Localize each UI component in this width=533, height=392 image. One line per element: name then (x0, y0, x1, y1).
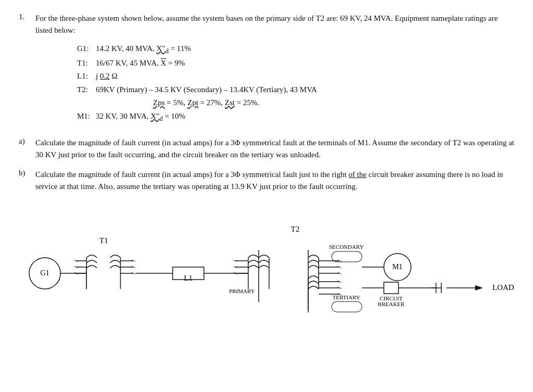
secondary-label: SECONDARY (329, 244, 364, 250)
part-a-text: Calculate the magnitude of fault current… (35, 137, 514, 161)
G1-label: G1 (41, 269, 49, 277)
problem-number: 1. (19, 12, 35, 130)
eq-T1-desc: 16/67 KV, 45 MVA, X = 9% (96, 57, 185, 70)
diagram-container: G1 T1 (19, 208, 514, 323)
eq-M1-label: M1: (77, 110, 96, 123)
primary-label: PRIMARY (229, 288, 255, 294)
eq-M1-desc: 32 KV, 30 MVA, X″d = 10% (96, 110, 185, 124)
eq-L1-label: L1: (77, 70, 96, 83)
eq-T1: T1: 16/67 KV, 45 MVA, X = 9% (77, 57, 514, 70)
part-b-label: b) (19, 169, 35, 193)
eq-G1-label: G1: (77, 42, 96, 56)
eq-T1-label: T1: (77, 57, 96, 70)
svg-rect-32 (332, 301, 362, 312)
load-label: LOAD (492, 283, 514, 292)
tertiary-label: TERTIARY (333, 294, 360, 300)
part-a: a) Calculate the magnitude of fault curr… (19, 137, 514, 161)
part-a-content: Calculate the magnitude of fault current… (35, 137, 514, 161)
problem-intro: For the three-phase system shown below, … (35, 12, 514, 130)
eq-L1-desc: j 0.2 Ω (96, 70, 118, 83)
M1-label: M1 (392, 263, 402, 271)
eq-G1: G1: 14.2 KV, 40 MVA, X″d = 11% (77, 42, 514, 57)
eq-G1-desc: 14.2 KV, 40 MVA, X″d = 11% (96, 42, 191, 57)
part-b-content: Calculate the magnitude of fault current… (35, 169, 514, 193)
eq-T2-label: T2: (77, 83, 96, 97)
circuit-breaker-label2: BREAKER (378, 301, 405, 307)
eq-M1: M1: 32 KV, 30 MVA, X″d = 10% (77, 110, 514, 124)
equipment-list: G1: 14.2 KV, 40 MVA, X″d = 11% T1: 16/67… (77, 42, 514, 125)
L1-label: L1 (184, 274, 193, 282)
part-b-text: Calculate the magnitude of fault current… (35, 169, 514, 193)
svg-marker-40 (475, 285, 483, 290)
eq-T2-desc: 69KV (Primary) – 34.5 KV (Secondary) – 1… (96, 83, 317, 110)
svg-rect-34 (384, 282, 398, 294)
circuit-diagram: G1 T1 (19, 208, 514, 323)
intro-text: For the three-phase system shown below, … (35, 12, 514, 37)
T1-label: T1 (99, 236, 108, 245)
eq-T2: T2: 69KV (Primary) – 34.5 KV (Secondary)… (77, 83, 514, 110)
T2-label: T2 (291, 225, 300, 233)
part-a-label: a) (19, 137, 35, 161)
svg-rect-26 (332, 251, 362, 262)
eq-L1: L1: j 0.2 Ω (77, 70, 514, 83)
part-b: b) Calculate the magnitude of fault curr… (19, 169, 514, 193)
problem-section: 1. For the three-phase system shown belo… (19, 12, 514, 323)
problem-item-1: 1. For the three-phase system shown belo… (19, 12, 514, 130)
